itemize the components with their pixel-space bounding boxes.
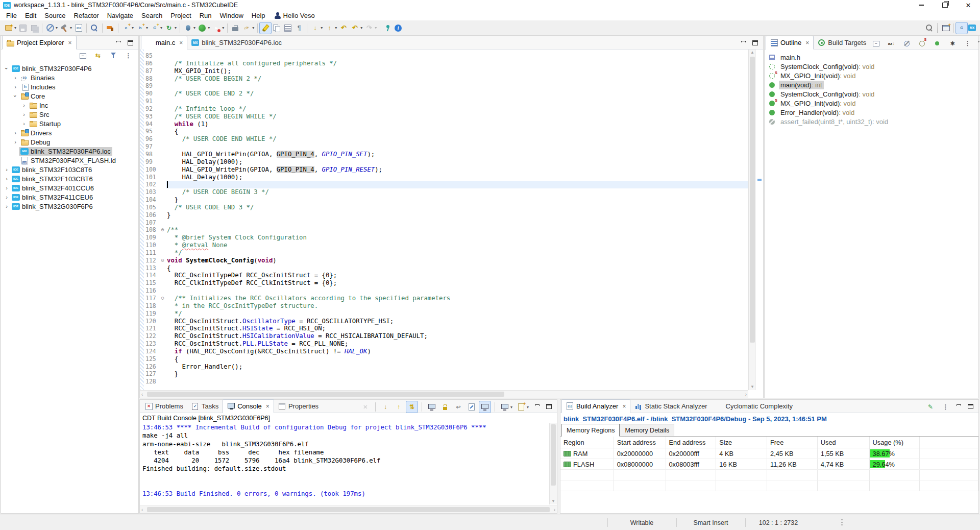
new-class-button[interactable]: C▾ [149, 22, 163, 34]
outline-item[interactable]: SMX_GPIO_Init(void) : void [765, 71, 978, 80]
code-line[interactable]: 93 /* USER CODE BEGIN WHILE */ [144, 113, 748, 121]
tab-static-stack-analyzer[interactable]: Static Stack Analyzer [630, 400, 711, 413]
forward-button[interactable]: ↷▾ [363, 22, 378, 34]
editor-vertical-scrollbar[interactable]: ▲ ▼ [748, 50, 756, 390]
column-header-region[interactable]: Region [560, 437, 614, 448]
code-line[interactable]: 113{ [144, 264, 748, 272]
code-line[interactable]: 91 [144, 98, 748, 105]
console-horizontal-scrollbar[interactable]: ‹ › [140, 505, 557, 513]
scroll-down-icon[interactable]: ▼ [749, 384, 756, 390]
scrollbar-thumb[interactable] [147, 507, 550, 512]
collapse-all-button[interactable] [77, 50, 88, 61]
column-header-usage-[interactable]: Usage (%) [870, 437, 920, 448]
code-line[interactable]: 86 /* Initialize all configured peripher… [144, 60, 748, 67]
tree-item[interactable]: ›Startup [1, 119, 138, 128]
code-line[interactable]: 116 [144, 287, 748, 295]
dropdown-arrow-icon[interactable]: ▾ [321, 26, 323, 30]
new-c-file-button[interactable]: c▾ [120, 22, 135, 34]
code-line[interactable]: 114 RCC_OscInitTypeDef RCC_OscInitStruct… [144, 272, 748, 279]
user-account-button[interactable]: Hello Veso [275, 12, 315, 19]
dropdown-arrow-icon[interactable]: ▾ [510, 405, 512, 409]
dropdown-arrow-icon[interactable]: ▾ [527, 405, 529, 409]
tab-blink-stm32f030f4p6-ioc[interactable]: MXblink_STM32F030F4P6.ioc [187, 36, 286, 49]
cube-programmer-button[interactable] [105, 22, 116, 34]
help-info-button[interactable]: i [394, 23, 403, 33]
outline-item[interactable]: Error_Handler(void) : void [765, 108, 978, 117]
maximize-view-button[interactable] [752, 40, 758, 45]
tree-item[interactable]: ›Includes [1, 82, 138, 91]
expander-closed-icon[interactable]: › [3, 194, 10, 200]
view-menu-button[interactable]: ⋮ [940, 401, 951, 413]
filter-button[interactable] [108, 50, 119, 61]
subtab-memory-regions[interactable]: Memory Regions [561, 424, 620, 437]
dropdown-arrow-icon[interactable]: ▾ [14, 26, 16, 30]
code-line[interactable]: 87 MX_GPIO_Init(); [144, 67, 748, 75]
console-vertical-scrollbar[interactable]: ▼ [549, 423, 557, 504]
mark-occurrences-button[interactable] [260, 22, 271, 34]
link-with-editor-button[interactable] [271, 22, 282, 34]
column-header-free[interactable]: Free [767, 437, 818, 448]
tree-item[interactable]: MXblink_STM32F030F4P6.ioc [1, 147, 138, 156]
hide-non-public-members-button[interactable] [932, 38, 943, 49]
minimize-view-button[interactable] [957, 404, 962, 409]
refresh-analysis-button[interactable]: ✎ [925, 401, 936, 413]
code-line[interactable]: 111 */ [144, 249, 748, 257]
show-console-on-stderr-button[interactable] [439, 401, 451, 413]
run-button[interactable]: ▶▾ [197, 22, 211, 34]
save-button[interactable] [17, 22, 29, 34]
minimize-view-button[interactable] [741, 40, 746, 45]
code-line[interactable]: 105 /* USER CODE END 3 */ [144, 204, 748, 211]
column-header-start-address[interactable]: Start address [614, 437, 666, 448]
show-whitespace-button[interactable]: ¶ [293, 22, 305, 34]
code-line[interactable]: 106} [144, 211, 748, 219]
dropdown-arrow-icon[interactable]: ▾ [175, 26, 177, 30]
code-line[interactable]: 110 * @retval None [144, 242, 748, 249]
code-line[interactable]: 102 [144, 181, 748, 188]
show-outline-button[interactable] [282, 22, 293, 34]
close-tab-icon[interactable]: × [68, 39, 71, 46]
expander-closed-icon[interactable]: › [12, 139, 19, 145]
open-console-button[interactable]: ▾ [516, 401, 530, 413]
code-line[interactable]: 85 [144, 52, 748, 60]
code-line[interactable]: 100 HAL_GPIO_WritePin(GPIOA, GPIO_PIN_4,… [144, 166, 748, 174]
build-all-button[interactable] [73, 22, 84, 34]
menu-edit[interactable]: Edit [21, 12, 40, 19]
tree-item[interactable]: STM32F030F4PX_FLASH.ld [1, 156, 138, 165]
tree-item[interactable]: ›IDEblink_STM32F103CBT6 [1, 174, 138, 183]
dropdown-arrow-icon[interactable]: ▾ [56, 26, 58, 30]
show-previous-button[interactable]: ↑ [393, 401, 404, 413]
expander-open-icon[interactable]: › [12, 92, 18, 100]
dropdown-arrow-icon[interactable]: ▾ [375, 26, 377, 30]
menu-window[interactable]: Window [216, 12, 248, 19]
scroll-left-icon[interactable]: ‹ [140, 391, 144, 398]
outline-item[interactable]: assert_failed(uint8_t*, uint32_t) : void [765, 117, 978, 126]
show-next-button[interactable]: ↓ [380, 401, 391, 413]
terminate-button[interactable]: ✕ [360, 401, 371, 413]
dropdown-arrow-icon[interactable]: ▾ [193, 26, 195, 30]
fold-collapse-icon[interactable]: ⊖ [159, 226, 166, 234]
pin-editor-button[interactable] [382, 22, 394, 34]
code-line[interactable]: 101 HAL_Delay(1000); [144, 174, 748, 181]
tree-item[interactable]: ›IDEblink_STM32F401CCU6 [1, 183, 138, 192]
dropdown-arrow-icon[interactable]: ▾ [222, 26, 224, 30]
code-line[interactable]: 89 [144, 82, 748, 90]
column-header-end-address[interactable]: End address [666, 437, 717, 448]
scrollbar-thumb[interactable] [750, 57, 755, 343]
code-line[interactable]: 115 RCC_ClkInitTypeDef RCC_ClkInitStruct… [144, 279, 748, 287]
tab-problems[interactable]: Problems [141, 400, 187, 413]
expander-closed-icon[interactable]: › [3, 176, 10, 182]
window-minimize-button[interactable] [910, 0, 933, 10]
close-tab-icon[interactable]: × [805, 39, 809, 46]
scroll-up-icon[interactable]: ▲ [749, 50, 756, 56]
tab-properties[interactable]: Properties [274, 400, 323, 413]
tree-item[interactable]: ›Debug [1, 137, 138, 147]
hide-fields-button[interactable] [901, 38, 912, 49]
dropdown-arrow-icon[interactable]: ▾ [146, 26, 148, 30]
tab-outline[interactable]: Outline× [766, 36, 814, 50]
tree-item[interactable]: ›10Binaries [1, 73, 138, 82]
skip-all-breakpoints-button[interactable]: ▾ [44, 22, 59, 34]
collapse-all-button[interactable] [870, 38, 881, 49]
tree-item[interactable]: ›Inc [1, 101, 138, 110]
menu-run[interactable]: Run [195, 12, 216, 19]
menu-source[interactable]: Source [40, 12, 69, 19]
